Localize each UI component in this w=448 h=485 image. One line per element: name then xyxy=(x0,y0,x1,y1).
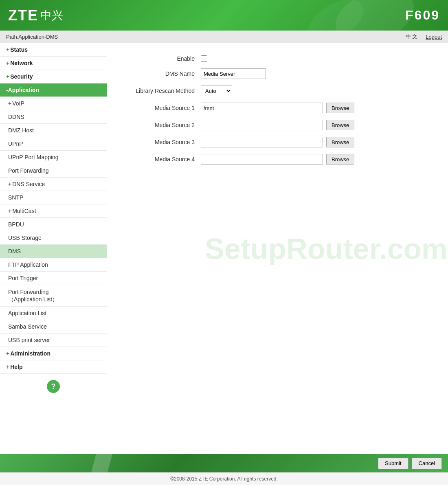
sidebar-item-ftp-application[interactable]: FTP Application xyxy=(0,258,107,272)
sidebar-item-security[interactable]: +Security xyxy=(0,70,107,83)
media-source-3-label: Media Source 3 xyxy=(119,139,201,145)
model-name: F609 xyxy=(405,8,440,23)
browse-3-button[interactable]: Browse xyxy=(326,137,354,147)
library-rescan-control: Auto Manual xyxy=(201,86,232,96)
browse-1-button[interactable]: Browse xyxy=(326,103,354,113)
sidebar-item-sntp[interactable]: SNTP xyxy=(0,191,107,204)
logo: ZTE 中兴 xyxy=(8,7,63,24)
media-source-2-row: Media Source 2 Browse xyxy=(119,120,436,130)
media-source-1-label: Media Source 1 xyxy=(119,105,201,111)
copyright: ©2008-2015 ZTE Corporation. All rights r… xyxy=(0,472,448,485)
browse-4-button[interactable]: Browse xyxy=(326,154,354,165)
plus-icon: + xyxy=(8,100,11,107)
media-source-4-input[interactable] xyxy=(201,154,323,165)
sidebar-item-port-forwarding[interactable]: Port Forwarding xyxy=(0,164,107,178)
plus-icon: + xyxy=(6,350,9,357)
browse-2-button[interactable]: Browse xyxy=(326,120,354,130)
sidebar-item-upnp-port-mapping[interactable]: UPnP Port Mapping xyxy=(0,151,107,164)
help-button[interactable]: ? xyxy=(47,380,60,393)
sidebar-item-bpdu[interactable]: BPDU xyxy=(0,218,107,231)
media-source-3-row: Media Source 3 Browse xyxy=(119,137,436,147)
sidebar-item-status[interactable]: +Status xyxy=(0,43,107,57)
minus-icon: - xyxy=(6,87,8,93)
plus-icon: + xyxy=(6,73,9,80)
plus-icon: + xyxy=(6,46,9,53)
plus-icon: + xyxy=(8,208,11,214)
library-rescan-label: Library Rescan Method xyxy=(119,88,201,94)
media-source-3-control: Browse xyxy=(201,137,354,147)
cancel-button[interactable]: Cancel xyxy=(412,458,442,469)
header: ZTE 中兴 F609 xyxy=(0,0,448,31)
media-source-1-input[interactable] xyxy=(201,103,323,113)
chinese-link[interactable]: 中 文 xyxy=(406,33,418,40)
sidebar-item-application-list[interactable]: Application List xyxy=(0,307,107,320)
sidebar-item-administration[interactable]: +Administration xyxy=(0,347,107,360)
sidebar: +Status +Network +Security -Application … xyxy=(0,43,107,454)
sidebar-item-usb-print-server[interactable]: USB print server xyxy=(0,334,107,347)
sidebar-item-upnp[interactable]: UPnP xyxy=(0,137,107,151)
enable-label: Enable xyxy=(119,55,201,62)
submit-button[interactable]: Submit xyxy=(378,458,408,469)
media-source-4-row: Media Source 4 Browse xyxy=(119,154,436,165)
sidebar-item-usb-storage[interactable]: USB Storage xyxy=(0,231,107,245)
nav-bar: Path:Application-DMS 中 文 Logout xyxy=(0,31,448,43)
sidebar-item-dms[interactable]: DMS xyxy=(0,245,107,258)
dms-name-label: DMS Name xyxy=(119,70,201,77)
media-source-1-control: Browse xyxy=(201,103,354,113)
media-source-4-control: Browse xyxy=(201,154,354,165)
logout-link[interactable]: Logout xyxy=(426,34,442,40)
watermark: SetupRouter.com xyxy=(205,232,448,266)
enable-checkbox[interactable] xyxy=(201,55,207,62)
logo-zh: 中兴 xyxy=(40,8,63,23)
enable-row: Enable xyxy=(119,55,436,62)
dms-form: Enable DMS Name Library Rescan Method Au… xyxy=(119,55,436,165)
sidebar-item-application[interactable]: -Application xyxy=(0,83,107,97)
media-source-2-label: Media Source 2 xyxy=(119,122,201,128)
dms-name-input[interactable] xyxy=(201,68,266,79)
plus-icon: + xyxy=(8,181,11,187)
sidebar-item-dmz[interactable]: DMZ Host xyxy=(0,124,107,137)
sidebar-item-port-trigger[interactable]: Port Trigger xyxy=(0,272,107,285)
sidebar-item-port-forwarding-app-list[interactable]: Port Forwarding（Application List） xyxy=(0,285,107,307)
media-source-3-input[interactable] xyxy=(201,137,323,147)
library-rescan-row: Library Rescan Method Auto Manual xyxy=(119,86,436,96)
dms-name-row: DMS Name xyxy=(119,68,436,79)
media-source-2-input[interactable] xyxy=(201,120,323,130)
dms-name-control xyxy=(201,68,266,79)
plus-icon: + xyxy=(6,364,9,370)
sidebar-item-ddns[interactable]: DDNS xyxy=(0,110,107,124)
media-source-1-row: Media Source 1 Browse xyxy=(119,103,436,113)
sidebar-item-network[interactable]: +Network xyxy=(0,57,107,70)
sidebar-bottom: ? xyxy=(0,374,107,399)
breadcrumb: Path:Application-DMS xyxy=(6,34,58,40)
footer-wrapper: Submit Cancel xyxy=(0,454,448,472)
media-source-2-control: Browse xyxy=(201,120,354,130)
nav-links: 中 文 Logout xyxy=(406,33,442,40)
sidebar-item-samba-service[interactable]: Samba Service xyxy=(0,320,107,334)
sidebar-item-voip[interactable]: +VoIP xyxy=(0,97,107,110)
footer-bar: Submit Cancel xyxy=(0,454,448,472)
enable-control xyxy=(201,55,207,62)
sidebar-item-multicast[interactable]: +MultiCast xyxy=(0,204,107,218)
content-area: SetupRouter.com Enable DMS Name Library … xyxy=(107,43,448,454)
logo-zte: ZTE xyxy=(8,7,38,24)
main-layout: +Status +Network +Security -Application … xyxy=(0,43,448,454)
sidebar-item-dns-service[interactable]: +DNS Service xyxy=(0,178,107,191)
media-source-4-label: Media Source 4 xyxy=(119,156,201,162)
library-rescan-select[interactable]: Auto Manual xyxy=(201,86,232,96)
plus-icon: + xyxy=(6,60,9,66)
sidebar-item-help[interactable]: +Help xyxy=(0,360,107,374)
